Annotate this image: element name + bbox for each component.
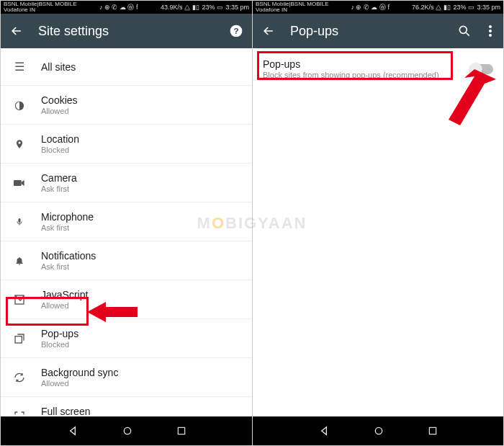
row-sub: Ask first (41, 262, 96, 271)
page-title: Site settings (38, 24, 215, 39)
row-background-sync[interactable]: Background syncAllowed (1, 358, 252, 397)
bell-icon (11, 255, 28, 267)
row-label: All sites (41, 61, 76, 73)
svg-text:?: ? (233, 26, 238, 35)
sync-icon (11, 372, 28, 383)
location-icon (11, 138, 28, 151)
microphone-icon (11, 215, 28, 228)
status-notif-icons: ♪ ⊕ ✆ ☁ ⓦ f (99, 3, 138, 12)
svg-point-11 (489, 34, 492, 37)
row-label: Pop-ups (41, 328, 78, 339)
nav-back-icon[interactable] (67, 425, 78, 437)
row-label: Cookies (41, 94, 78, 106)
svg-rect-4 (15, 336, 22, 342)
row-sub: Allowed (41, 379, 118, 388)
row-sub: Blocked (41, 340, 78, 349)
row-label: Background sync (41, 367, 118, 378)
row-microphone[interactable]: MicrophoneAsk first (1, 202, 252, 241)
svg-rect-7 (178, 427, 184, 434)
popup-icon (11, 333, 28, 344)
row-fullscreen[interactable]: Full screenAllowed (1, 397, 252, 416)
app-bar: Pop-ups (253, 14, 503, 48)
row-all-sites[interactable]: ☰ All sites (1, 48, 252, 86)
overflow-menu-icon[interactable] (486, 24, 495, 38)
javascript-icon (11, 294, 28, 305)
camera-icon (11, 179, 28, 187)
fullscreen-icon (11, 411, 28, 417)
status-bar: BSNL Mobile|BSNL MOBILE Vodafone IN ♪ ⊕ … (253, 1, 503, 14)
popup-toggle-switch[interactable] (470, 64, 493, 74)
svg-point-9 (489, 25, 492, 28)
svg-rect-14 (429, 427, 436, 434)
status-bar: BSNL Mobile|BSNL MOBILE Vodafone IN ♪ ⊕ … (1, 1, 252, 14)
svg-point-6 (124, 427, 130, 434)
back-icon[interactable] (261, 24, 276, 38)
carrier-text-2: Vodafone IN (256, 7, 329, 13)
row-label: Notifications (41, 250, 96, 262)
battery-icon: ▭ (468, 4, 474, 11)
nav-home-icon[interactable] (373, 425, 384, 437)
row-label: Full screen (41, 406, 90, 416)
cookie-icon: ◑ (11, 98, 28, 112)
clock: 3:35 pm (225, 4, 249, 11)
nav-back-icon[interactable] (318, 425, 330, 437)
help-icon[interactable]: ? (229, 24, 243, 38)
list-icon: ☰ (11, 60, 28, 73)
data-speed: 43.9K/s (161, 4, 183, 11)
search-icon[interactable] (457, 24, 472, 38)
row-popups[interactable]: Pop-upsBlocked (1, 319, 252, 358)
row-sub: Allowed (41, 301, 88, 310)
row-label: Location (41, 133, 79, 145)
phone-right: BSNL Mobile|BSNL MOBILE Vodafone IN ♪ ⊕ … (252, 1, 503, 445)
setting-sub: Block sites from showing pop-ups (recomm… (263, 71, 439, 79)
battery-percent: 23% (202, 4, 215, 11)
row-label: JavaScript (41, 289, 88, 300)
row-javascript[interactable]: JavaScriptAllowed (1, 280, 252, 319)
nav-recent-icon[interactable] (176, 426, 186, 436)
wifi-icon: ⧋ (436, 4, 441, 12)
status-notif-icons: ♪ ⊕ ✆ ☁ ⓦ f (351, 3, 390, 12)
android-nav-bar (1, 416, 252, 445)
svg-point-13 (375, 427, 382, 434)
carrier-text-2: Vodafone IN (4, 7, 77, 13)
row-label: Microphone (41, 211, 94, 223)
signal-icon: ▮▯ (444, 4, 451, 11)
nav-recent-icon[interactable] (428, 426, 438, 436)
setting-label: Pop-ups (263, 58, 439, 70)
popup-toggle-row[interactable]: Pop-ups Block sites from showing pop-ups… (253, 48, 503, 89)
back-icon[interactable] (9, 24, 24, 38)
wifi-icon: ⧋ (184, 4, 190, 12)
clock: 3:35 pm (477, 4, 500, 11)
phone-left: BSNL Mobile|BSNL MOBILE Vodafone IN ♪ ⊕ … (1, 1, 252, 445)
battery-icon: ▭ (217, 4, 223, 11)
nav-home-icon[interactable] (122, 425, 133, 437)
row-sub: Ask first (41, 184, 77, 193)
svg-rect-2 (14, 180, 22, 186)
row-cookies[interactable]: ◑ CookiesAllowed (1, 86, 252, 125)
battery-percent: 23% (453, 4, 466, 11)
settings-list: ☰ All sites ◑ CookiesAllowed LocationBlo… (1, 48, 252, 416)
android-nav-bar (253, 416, 503, 445)
page-title: Pop-ups (290, 24, 443, 39)
row-label: Camera (41, 172, 77, 184)
row-location[interactable]: LocationBlocked (1, 125, 252, 164)
row-sub: Blocked (41, 146, 79, 154)
row-notifications[interactable]: NotificationsAsk first (1, 241, 252, 280)
data-speed: 76.2K/s (412, 4, 434, 11)
svg-point-10 (489, 30, 492, 32)
row-camera[interactable]: CameraAsk first (1, 164, 252, 202)
row-sub: Ask first (41, 223, 94, 232)
row-sub: Allowed (41, 107, 78, 115)
svg-point-8 (459, 26, 467, 33)
signal-icon: ▮▯ (192, 4, 199, 11)
app-bar: Site settings ? (1, 14, 252, 48)
